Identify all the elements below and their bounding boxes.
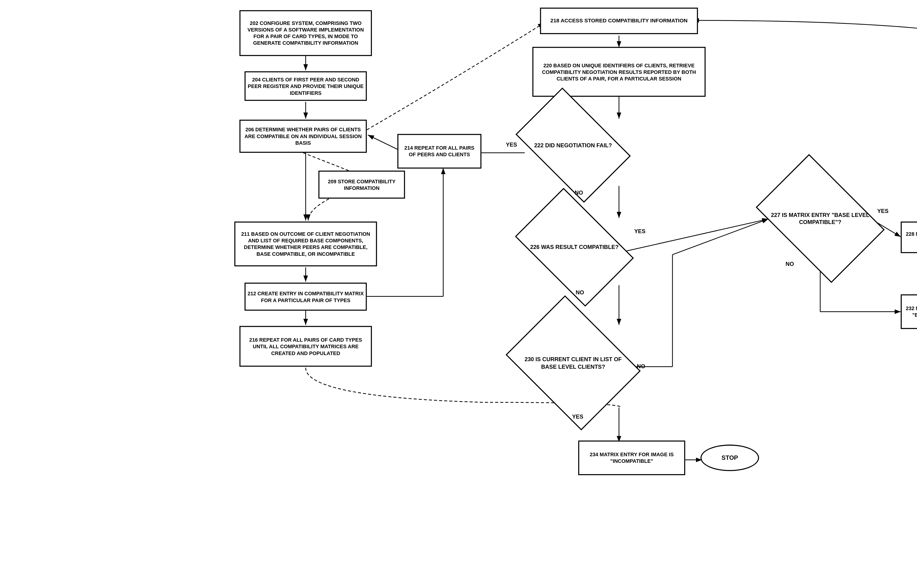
box-212: 212 CREATE ENTRY IN COMPATIBILITY MATRIX…: [244, 283, 367, 310]
box-216: 216 REPEAT FOR ALL PAIRS OF CARD TYPES U…: [239, 326, 372, 367]
label-no-226: NO: [576, 289, 584, 295]
label-yes-227: YES: [877, 208, 888, 214]
oval-stop: STOP: [700, 445, 759, 471]
box-206: 206 DETERMINE WHETHER PAIRS OF CLIENTS A…: [239, 120, 367, 153]
diamond-222: 222 DID NEGOTIATION FAIL?: [525, 112, 621, 178]
diamond-222-text: 222 DID NEGOTIATION FAIL?: [533, 141, 613, 150]
box-211: 211 BASED ON OUTCOME OF CLIENT NEGOTIATI…: [235, 222, 377, 267]
diamond-227-text: 227 IS MATRIX ENTRY "BASE LEVEL COMPATIB…: [767, 210, 874, 227]
box-232: 232 MATRIX ENTRY FOR IMAGE IS "BASE LEVE…: [901, 294, 917, 329]
diamond-227: 227 IS MATRIX ENTRY "BASE LEVEL COMPATIB…: [767, 181, 874, 256]
box-202: 202 CONFIGURE SYSTEM, COMPRISING TWO VER…: [239, 10, 372, 56]
diamond-226: 226 WAS RESULT COMPATIBLE?: [525, 213, 624, 282]
label-yes-230: YES: [572, 414, 584, 420]
diamond-230-text: 230 IS CURRENT CLIENT IN LIST OF BASE LE…: [520, 355, 627, 371]
label-no-230: NO: [637, 363, 645, 369]
box-209: 209 STORE COMPATIBILITY INFORMATION: [319, 171, 405, 199]
box-214: 214 REPEAT FOR ALL PAIRS OF PEERS AND CL…: [397, 134, 481, 168]
diagram: 202 CONFIGURE SYSTEM, COMPRISING TWO VER…: [229, 0, 917, 588]
box-218: 218 ACCESS STORED COMPATIBILITY INFORMAT…: [540, 8, 698, 34]
box-220: 220 BASED ON UNIQUE IDENTIFIERS OF CLIEN…: [532, 47, 706, 97]
label-yes-222: YES: [506, 142, 517, 148]
label-no-227: NO: [786, 261, 794, 267]
box-204: 204 CLIENTS OF FIRST PEER AND SECOND PEE…: [244, 71, 367, 101]
label-no-222: NO: [574, 189, 583, 195]
svg-line-15: [622, 219, 768, 252]
diamond-230: 230 IS CURRENT CLIENT IN LIST OF BASE LE…: [520, 321, 627, 405]
box-228: 228 MATRIX ENTRY FOR IMAGE IS "COMPATIBL…: [901, 222, 917, 253]
diamond-226-text: 226 WAS RESULT COMPATIBLE?: [529, 242, 619, 252]
label-yes-226: YES: [634, 228, 645, 234]
box-234: 234 MATRIX ENTRY FOR IMAGE IS "INCOMPATI…: [578, 441, 686, 475]
svg-line-23: [673, 219, 768, 255]
